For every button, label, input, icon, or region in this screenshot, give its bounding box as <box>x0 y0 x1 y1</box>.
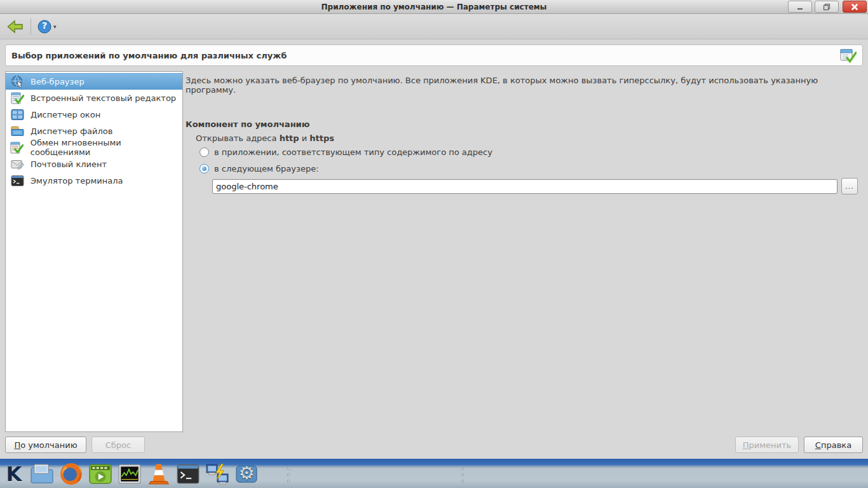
sidebar-item-label: Диспетчер окон <box>31 110 100 119</box>
page-title: Выбор приложений по умолчанию для различ… <box>11 51 839 60</box>
text-editor-check-icon <box>10 91 24 105</box>
kde-menu-button[interactable]: K <box>0 460 28 488</box>
back-arrow-icon <box>6 18 24 35</box>
terminal-launcher[interactable] <box>174 460 202 488</box>
maximize-button[interactable] <box>815 1 839 13</box>
sidebar-item-label: Веб-браузер <box>31 77 85 86</box>
sidebar-item-mail-client[interactable]: Почтовый клиент <box>6 156 182 172</box>
gear-icon: ⚙ <box>234 463 259 484</box>
section-title: Компонент по умолчанию <box>186 119 309 129</box>
sidebar-item-label: Встроенный текстовый редактор <box>31 93 176 103</box>
panel-separator-left <box>287 467 290 482</box>
file-manager-launcher[interactable] <box>28 460 56 488</box>
browse-button[interactable]: ... <box>841 178 858 194</box>
system-settings-launcher[interactable]: ⚙ <box>233 460 261 488</box>
apply-rest: рименить <box>749 440 792 450</box>
sidebar-item-label: Эмулятор терминала <box>31 176 123 186</box>
open-addresses-label: Открывать адреса http и https <box>196 133 334 143</box>
window-titlebar[interactable]: Приложения по умолчанию — Параметры сист… <box>0 0 868 14</box>
mail-client-envelope-icon <box>10 157 24 171</box>
https-label: https <box>309 133 334 143</box>
toolbar-separator <box>31 18 31 35</box>
sidebar-item-window-manager[interactable]: Диспетчер окон <box>6 106 182 123</box>
sidebar-item-terminal-emulator[interactable]: Эмулятор терминала <box>6 172 182 189</box>
firefox-launcher[interactable] <box>57 460 85 488</box>
terminal-icon <box>176 462 200 486</box>
default-applications-icon <box>839 47 857 64</box>
sidebar-item-text-editor[interactable]: Встроенный текстовый редактор <box>6 90 182 106</box>
module-description: Здесь можно указать веб-браузер по умолч… <box>186 76 864 95</box>
settings-content: Здесь можно указать веб-браузер по умолч… <box>186 71 868 432</box>
sidebar-item-web-browser[interactable]: Веб-браузер <box>6 73 182 90</box>
terminal-emulator-icon <box>10 173 24 187</box>
minimize-button[interactable] <box>788 1 812 13</box>
defaults-button[interactable]: По умолчанию <box>5 437 86 453</box>
browser-command-input[interactable] <box>212 179 837 194</box>
help-mnemonic: С <box>815 440 821 450</box>
media-player-launcher[interactable] <box>86 460 114 488</box>
defaults-mnemonic: П <box>14 440 20 450</box>
apply-mnemonic: П <box>743 440 749 450</box>
file-manager-folder-icon <box>10 124 24 138</box>
help-icon: ? <box>37 20 51 34</box>
taskbar-panel: K <box>0 459 868 488</box>
reset-label: Сброс <box>105 440 131 450</box>
radio-checked-icon[interactable] <box>200 164 209 173</box>
web-browser-globe-icon <box>10 74 24 88</box>
defaults-rest: о умолчанию <box>20 440 77 450</box>
reset-button: Сброс <box>92 437 145 453</box>
sidebar-item-instant-messenger[interactable]: Обмен мгновенными сообщениями <box>6 139 182 156</box>
radio-unchecked-icon[interactable] <box>200 147 209 157</box>
system-monitor-icon <box>118 462 142 486</box>
close-button[interactable] <box>843 1 867 13</box>
close-icon <box>851 3 858 11</box>
radio-option-browser[interactable]: в следующем браузере: <box>200 164 319 173</box>
toolbar: ? ▾ <box>0 14 868 39</box>
system-monitor-launcher[interactable] <box>116 460 144 488</box>
kde-menu-icon: K <box>6 462 22 486</box>
services-list: Веб-браузер Встроенный текстовый редакто… <box>5 71 183 432</box>
vlc-cone-icon <box>147 462 171 486</box>
restore-icon <box>823 3 831 11</box>
help-glyph: ? <box>37 20 51 30</box>
remote-connection-launcher[interactable] <box>203 460 231 488</box>
system-settings-icon: ⚙ <box>234 462 259 486</box>
and-label: и <box>299 133 310 143</box>
sidebar-item-file-manager[interactable]: Диспетчер файлов <box>6 123 182 139</box>
panel-separator-right <box>461 467 464 482</box>
chevron-down-icon: ▾ <box>53 24 57 30</box>
file-manager-icon <box>29 462 55 486</box>
remote-connection-icon <box>205 462 229 486</box>
sidebar-item-label: Почтовый клиент <box>31 159 107 169</box>
media-player-icon <box>88 462 112 486</box>
radio-mime-label: в приложении, соответствующем типу содер… <box>214 147 492 157</box>
window-manager-grid-icon <box>10 107 24 121</box>
minimize-icon <box>796 3 804 11</box>
page-header: Выбор приложений по умолчанию для различ… <box>5 44 863 66</box>
radio-browser-label: в следующем браузере: <box>214 164 319 173</box>
help-rest: правка <box>821 440 851 450</box>
help-button[interactable]: ? ▾ <box>36 18 58 35</box>
sidebar-item-label: Диспетчер файлов <box>31 126 112 136</box>
firefox-icon <box>59 462 83 486</box>
sidebar-item-label: Обмен мгновенными сообщениями <box>31 138 182 157</box>
back-button[interactable] <box>5 17 25 36</box>
apply-button: Применить <box>735 437 799 453</box>
http-label: http <box>280 133 299 143</box>
window-title: Приложения по умолчанию — Параметры сист… <box>322 3 547 11</box>
radio-option-mime[interactable]: в приложении, соответствующем типу содер… <box>200 147 492 157</box>
help-footer-button[interactable]: Справка <box>804 437 863 453</box>
vlc-launcher[interactable] <box>145 460 173 488</box>
desktop-screen: Приложения по умолчанию — Параметры сист… <box>0 0 868 488</box>
instant-messenger-check-icon <box>10 140 24 154</box>
open-prefix: Открывать адреса <box>196 133 280 143</box>
